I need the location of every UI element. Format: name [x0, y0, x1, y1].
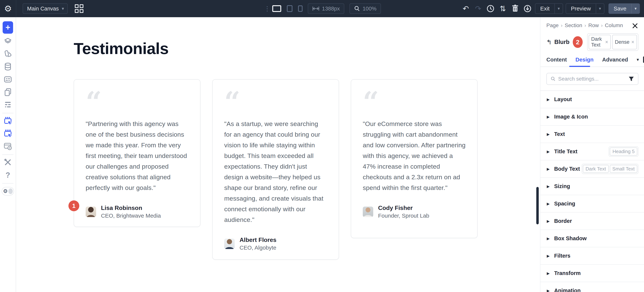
- section-label: Image & Icon: [554, 114, 588, 120]
- section-animation[interactable]: ▶ Animation: [540, 282, 644, 292]
- tab-advanced[interactable]: Advanced: [602, 57, 628, 63]
- desktop-view-button[interactable]: [272, 5, 281, 12]
- author-name[interactable]: Albert Flores: [240, 236, 276, 244]
- caret-right-icon: ▶: [547, 288, 550, 292]
- exit-button[interactable]: Exit ▾: [535, 3, 563, 14]
- history-icon[interactable]: [486, 4, 495, 14]
- module-count-badge[interactable]: 2: [573, 36, 582, 48]
- grid-icon: [75, 4, 78, 8]
- section-badge[interactable]: Small Text: [610, 165, 637, 173]
- remove-tag-icon[interactable]: ×: [605, 39, 608, 45]
- section-layout[interactable]: ▶ Layout: [540, 91, 644, 108]
- layers-panel-button[interactable]: [2, 36, 13, 46]
- settings-search[interactable]: [546, 73, 638, 85]
- hover-mode-button[interactable]: [2, 128, 13, 139]
- testimonial-quote[interactable]: "Partnering with this agency was one of …: [86, 118, 188, 193]
- tab-content[interactable]: Content: [546, 57, 567, 63]
- click-mode-button[interactable]: [2, 116, 13, 126]
- question-mark-icon: ?: [6, 171, 10, 179]
- tools-button[interactable]: [2, 157, 13, 168]
- canvas-selector-dropdown[interactable]: Main Canvas ▾: [23, 3, 68, 14]
- browser-cursor-icon: [3, 116, 12, 126]
- section-image-icon[interactable]: ▶ Image & Icon: [540, 108, 644, 126]
- zoom-magnifier-icon: [354, 6, 360, 12]
- filter-funnel-icon[interactable]: [628, 76, 634, 82]
- preset-tag-dark-text[interactable]: Dark Text ×: [589, 35, 611, 49]
- author-name[interactable]: Cody Fisher: [378, 204, 429, 212]
- testimonial-quote[interactable]: "As a startup, we were searching for an …: [224, 118, 327, 225]
- tablet-view-button[interactable]: [287, 5, 292, 12]
- portability-icon[interactable]: [523, 4, 532, 14]
- testimonial-card-2[interactable]: “ "As a startup, we were searching for a…: [212, 79, 339, 260]
- breadcrumb-column[interactable]: Column: [605, 22, 623, 28]
- design-presets-button[interactable]: [2, 48, 13, 59]
- trash-icon[interactable]: [510, 4, 520, 14]
- section-badge[interactable]: Heading 5: [610, 148, 637, 156]
- panel-close-button[interactable]: [631, 22, 639, 30]
- phone-view-button[interactable]: [298, 6, 302, 12]
- gear-icon: ⚙: [3, 188, 8, 194]
- section-filters[interactable]: ▶ Filters: [540, 247, 644, 265]
- section-label: Transform: [554, 270, 580, 276]
- avatar: [86, 206, 96, 217]
- quote-icon: “: [363, 90, 466, 111]
- canvas-width-input[interactable]: 1388px: [308, 3, 344, 14]
- settings-theme-toggle[interactable]: ⚙: [2, 187, 14, 196]
- more-options-icon[interactable]: ⋮: [264, 7, 267, 10]
- section-text[interactable]: ▶ Text: [540, 126, 644, 143]
- author-role[interactable]: CEO, Brightwave Media: [101, 212, 161, 220]
- undo-icon[interactable]: ↶: [461, 4, 471, 14]
- remove-tag-icon[interactable]: ×: [631, 39, 634, 45]
- sidebar-divider: [2, 183, 14, 184]
- chevron-down-icon[interactable]: ▾: [637, 57, 639, 62]
- section-label: Layout: [554, 96, 572, 102]
- add-module-button[interactable]: +: [2, 21, 13, 34]
- tab-design[interactable]: Design: [576, 57, 594, 63]
- section-title-text[interactable]: ▶ Title Text Heading 5: [540, 143, 644, 160]
- search-input[interactable]: [558, 76, 626, 82]
- testimonial-quote[interactable]: "Our eCommerce store was struggling with…: [363, 118, 466, 193]
- section-badge[interactable]: Dark Text: [583, 165, 608, 173]
- breadcrumb-page[interactable]: Page: [546, 22, 558, 28]
- section-box-shadow[interactable]: ▶ Box Shadow: [540, 230, 644, 247]
- testimonial-author: Lisa Robinson CEO, Brightwave Media: [86, 204, 188, 220]
- app-window: ⚙ Main Canvas ▾ ⋮: [0, 0, 644, 292]
- builder-settings-button[interactable]: ⚙: [0, 4, 16, 13]
- layouts-grid-button[interactable]: [75, 4, 84, 13]
- section-spacing[interactable]: ▶ Spacing: [540, 195, 644, 212]
- testimonial-card-1[interactable]: 1 “ "Partnering with this agency was one…: [74, 79, 200, 227]
- save-button[interactable]: Save ▾: [608, 3, 640, 14]
- builder-canvas[interactable]: Testimonials 1 “ "Partnering with this a…: [16, 17, 537, 292]
- desktop-responsive-icon[interactable]: [643, 56, 644, 63]
- section-body-text[interactable]: ▶ Body Text Dark Text Small Text: [540, 160, 644, 178]
- save-dropdown-toggle[interactable]: ▾: [631, 4, 640, 14]
- preset-tag-dense[interactable]: Dense ×: [612, 35, 637, 49]
- module-number-badge[interactable]: 1: [68, 200, 79, 211]
- section-border[interactable]: ▶ Border: [540, 212, 644, 230]
- canvas-zoom-input[interactable]: 100%: [350, 3, 381, 14]
- shortcuts-button[interactable]: [2, 74, 13, 84]
- panel-scrollbar[interactable]: [536, 187, 539, 224]
- active-tab-underline: [569, 66, 590, 67]
- breadcrumb-row[interactable]: Row: [588, 22, 599, 28]
- page-structure-button[interactable]: [2, 100, 13, 110]
- testimonial-card-3[interactable]: “ "Our eCommerce store was struggling wi…: [351, 79, 478, 238]
- exit-dropdown-toggle[interactable]: ▾: [554, 4, 563, 14]
- author-role[interactable]: Founder, Sprout Lab: [378, 212, 429, 220]
- section-sizing[interactable]: ▶ Sizing: [540, 178, 644, 195]
- help-button[interactable]: ?: [2, 170, 13, 180]
- preview-dropdown-toggle[interactable]: ▾: [596, 4, 604, 14]
- copy-styles-button[interactable]: [2, 87, 13, 97]
- author-name[interactable]: Lisa Robinson: [101, 204, 161, 212]
- save-button-label: Save: [609, 6, 631, 12]
- breadcrumb-section[interactable]: Section: [565, 22, 582, 28]
- testimonials-heading[interactable]: Testimonials: [74, 39, 168, 58]
- author-role[interactable]: CEO, Algobyte: [240, 244, 276, 252]
- preview-mode-button[interactable]: [2, 141, 13, 152]
- redo-icon[interactable]: ↷: [473, 4, 483, 14]
- global-data-button[interactable]: [2, 61, 13, 72]
- section-transform[interactable]: ▶ Transform: [540, 265, 644, 282]
- layers-order-icon[interactable]: ⇅: [498, 4, 508, 14]
- back-arrow-icon[interactable]: ↰: [546, 39, 552, 45]
- preview-button[interactable]: Preview ▾: [566, 3, 604, 14]
